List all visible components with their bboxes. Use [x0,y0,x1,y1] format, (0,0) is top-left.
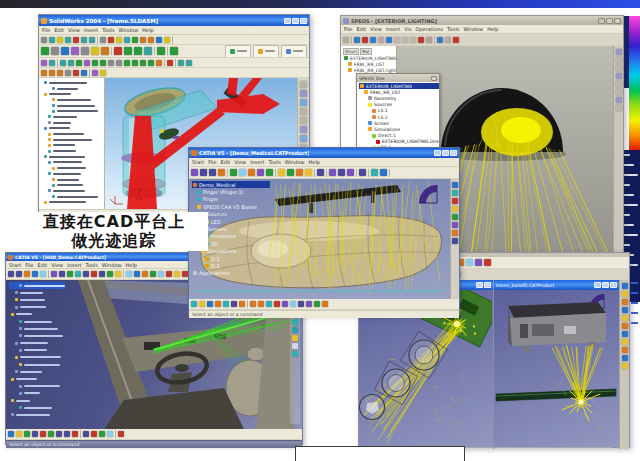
toolbar-icon[interactable] [65,37,71,43]
toolbar-icon[interactable] [91,47,99,55]
toolbar-icon[interactable] [24,431,30,437]
tree-tab[interactable]: Struct [343,48,359,55]
tree-item[interactable]: Demo_Medical [192,181,270,188]
toolbar-icon[interactable] [118,431,124,437]
toolbar-icon[interactable] [83,431,89,437]
medical-titlebar[interactable]: CATIA V5 - [Demo_Medical.CATProduct] _ □… [189,148,459,158]
view-tool-icon[interactable] [300,90,307,97]
toolbar-icon[interactable] [170,47,178,55]
toolbar-icon[interactable] [317,169,324,176]
tree-item[interactable] [9,289,65,296]
catia-medical-window[interactable]: CATIA V5 - [Demo_Medical.CATProduct] _ □… [188,147,460,315]
toolbar-icon[interactable] [282,301,288,307]
toolbar-icon[interactable] [114,47,122,55]
toolbar-icon[interactable] [124,60,130,66]
maximize-button[interactable]: □ [602,282,609,288]
child-b-titlebar[interactable]: Demo_benefit.CATProduct _ □ × [494,280,619,290]
tree-item[interactable] [9,390,65,397]
toolbar-icon[interactable] [49,60,55,66]
tree-item[interactable] [9,368,65,375]
view-tool-icon[interactable] [622,331,628,337]
scroll-mark[interactable] [616,97,622,103]
scroll-mark[interactable] [616,57,622,63]
menu-item[interactable]: Window [102,262,122,268]
menu-item[interactable]: Edit [54,27,64,33]
toolbar-icon[interactable] [91,431,97,437]
menu-item[interactable]: File [42,27,50,33]
toolbar-icon[interactable] [73,70,79,76]
view-tool-icon[interactable] [300,99,307,106]
toolbar-icon[interactable] [484,259,491,266]
toolbar-icon[interactable] [81,37,87,43]
tree-item[interactable] [9,375,65,382]
toolbar-icon[interactable] [164,37,170,43]
toolbar-icon[interactable] [231,301,237,307]
feature-tree-panel[interactable] [39,78,105,209]
view-tool-icon[interactable] [622,339,628,345]
tree-item[interactable] [9,411,65,418]
toolbar-icon[interactable] [56,431,62,437]
menu-item[interactable]: Edit [221,159,231,165]
toolbar-icon[interactable] [8,431,14,437]
view-tool-icon[interactable] [622,315,628,321]
toolbar-group-button[interactable] [281,45,307,58]
toolbar-icon[interactable] [140,60,146,66]
child-window-benefit[interactable]: Demo_benefit.CATProduct _ □ × [494,280,619,449]
view-tool-icon[interactable] [622,355,628,361]
menu-item[interactable]: View [370,26,382,32]
tree-item[interactable]: D.1 [192,255,270,262]
toolbar-icon[interactable] [41,60,47,66]
close-button[interactable]: × [300,18,307,24]
toolbar-icon[interactable] [418,37,424,43]
menu-item[interactable]: Insert [250,159,264,165]
toolbar-icon[interactable] [24,271,30,277]
toolbar-icon[interactable] [445,37,451,43]
menu-item[interactable]: File [344,26,352,32]
menu-item[interactable]: Edit [38,262,48,268]
tree-item[interactable] [9,347,65,354]
menu-item[interactable]: Tools [269,159,281,165]
menu-item[interactable]: Window [285,159,305,165]
tree-item[interactable]: SPEOS CAA V5 Based [192,203,270,210]
maximize-button[interactable]: □ [442,150,449,156]
tree-item[interactable] [9,325,65,332]
menu-item[interactable]: Help [487,26,498,32]
minimize-button[interactable]: _ [284,18,291,24]
toolbar-icon[interactable] [186,60,192,66]
scroll-mark[interactable] [616,65,622,71]
tree-item[interactable] [9,304,65,311]
view-tool-icon[interactable] [452,182,458,188]
maximize-button[interactable]: □ [476,282,483,288]
toolbar-icon[interactable] [40,431,46,437]
view-tool-icon[interactable] [622,283,628,289]
tree-item[interactable] [9,397,65,404]
menu-item[interactable]: Insert [67,262,81,268]
menu-item[interactable]: Window [463,26,483,32]
close-button[interactable]: × [450,150,457,156]
scroll-mark[interactable] [616,49,622,55]
toolbar-icon[interactable] [75,271,81,277]
minimize-button[interactable]: _ [598,18,605,24]
toolbar-icon[interactable] [60,60,66,66]
tree-item[interactable]: EXTERIOR_LIGHTING_rev [343,55,396,61]
minimize-button[interactable]: _ [434,150,441,156]
toolbar-icon[interactable] [298,301,304,307]
toolbar-icon[interactable] [370,37,376,43]
toolbar-icon[interactable] [81,70,87,76]
toolbar-icon[interactable] [378,37,384,43]
close-button[interactable]: × [484,282,491,288]
toolbar-icon[interactable] [157,47,165,55]
menu-item[interactable]: Start [192,159,204,165]
toolbar-icon[interactable] [386,37,392,43]
toolbar-icon[interactable] [158,271,164,277]
toolbar-icon[interactable] [116,37,122,43]
toolbar-icon[interactable] [132,60,138,66]
viewer-titlebar[interactable]: SPEOS - [EXTERIOR_LIGHTING] _ □ × [341,16,623,25]
toolbar-icon[interactable] [359,169,366,176]
view-tool-icon[interactable] [292,335,298,341]
view-tool-icon[interactable] [300,81,307,88]
menu-item[interactable]: Tools [102,27,114,33]
toolbar-icon[interactable] [83,271,89,277]
dialog-close-button[interactable]: × [431,76,437,81]
menu-item[interactable]: Tools [447,26,459,32]
